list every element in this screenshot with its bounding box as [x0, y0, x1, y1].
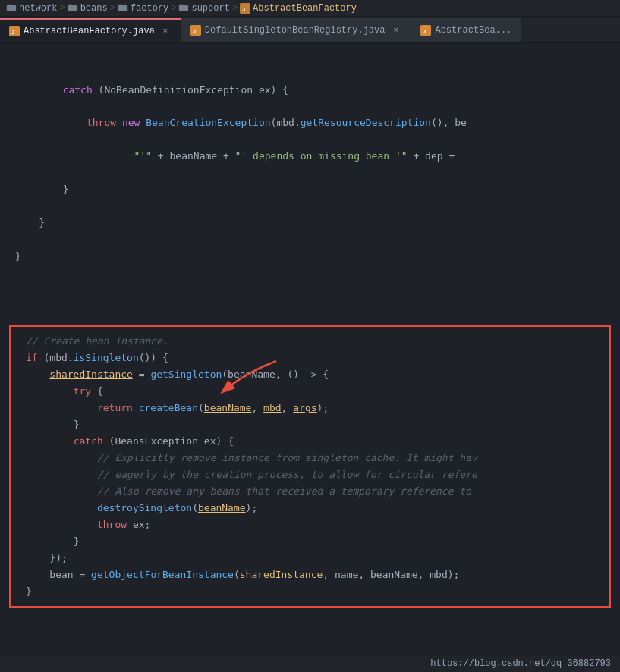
breadcrumb-bar: network > beans > factory > support > J … — [0, 0, 620, 17]
folder-factory-icon — [118, 3, 128, 14]
breadcrumb-beans[interactable]: beans — [80, 3, 108, 14]
tab-bar: J AbstractBeanFactory.java × J DefaultSi… — [0, 17, 620, 43]
svg-text:J: J — [242, 5, 246, 12]
status-url: https://blog.csdn.net/qq_36882793 — [430, 658, 611, 669]
hl-line-1: // Create bean instance. — [11, 333, 609, 350]
tab3-label: AbstractBea... — [435, 25, 511, 36]
hl-line-16: } — [11, 583, 609, 600]
tab-defaultsingleton[interactable]: J DefaultSingletonBeanRegistry.java × — [181, 18, 412, 42]
breadcrumb-sep-2: > — [110, 3, 115, 14]
code-line-5: } — [0, 215, 620, 231]
hl-line-4: try { — [11, 383, 609, 400]
hl-line-11: destroySingleton(beanName); — [11, 500, 609, 517]
svg-text:J: J — [423, 28, 426, 35]
java-file-icon-breadcrumb: J — [240, 3, 250, 14]
code-before: catch (NoBeanDefinitionException ex) { t… — [0, 43, 620, 319]
highlighted-code-block: // Create bean instance. if (mbd.isSingl… — [9, 325, 611, 608]
code-line-6: } — [0, 248, 620, 265]
code-area: catch (NoBeanDefinitionException ex) { t… — [0, 43, 620, 672]
hl-line-13: } — [11, 533, 609, 550]
hl-line-12: throw ex; — [11, 517, 609, 533]
folder-icon — [6, 3, 17, 14]
breadcrumb-abstractbeanfactory[interactable]: AbstractBeanFactory — [253, 3, 357, 14]
hl-line-10: // Also remove any beans that received a… — [11, 483, 609, 500]
java-icon-tab2: J — [190, 25, 201, 36]
hl-line-5: return createBean(beanName, mbd, args); — [11, 400, 609, 416]
tab2-close[interactable]: × — [389, 24, 401, 36]
code-line-1: catch (NoBeanDefinitionException ex) { — [0, 82, 620, 99]
tab2-label: DefaultSingletonBeanRegistry.java — [205, 25, 386, 36]
breadcrumb-sep-3: > — [171, 3, 176, 14]
hl-line-15: bean = getObjectForBeanInstance(sharedIn… — [11, 567, 609, 583]
hl-line-14: }); — [11, 550, 609, 567]
svg-text:J: J — [11, 29, 15, 36]
hl-line-3: sharedInstance = getSingleton(beanName, … — [11, 366, 609, 383]
tab-abstractbeanfactory[interactable]: J AbstractBeanFactory.java × — [0, 18, 181, 42]
hl-line-9: // eagerly by the creation process, to a… — [11, 466, 609, 483]
java-icon-tab3: J — [420, 25, 431, 36]
code-line-3: "'" + beanName + "' depends on missing b… — [0, 148, 620, 165]
folder-support-icon — [178, 3, 189, 14]
hl-line-6: } — [11, 416, 609, 433]
breadcrumb-support[interactable]: support — [191, 3, 229, 14]
folder-beans-icon — [68, 3, 78, 14]
hl-line-8: // Explicitly remove instance from singl… — [11, 450, 609, 466]
hl-line-7: catch (BeansException ex) { — [11, 433, 609, 450]
svg-text:J: J — [192, 28, 196, 35]
code-line-4: } — [0, 181, 620, 198]
breadcrumb-sep-4: > — [232, 3, 238, 14]
status-bar: https://blog.csdn.net/qq_36882793 — [0, 654, 620, 672]
breadcrumb-sep-1: > — [59, 3, 65, 14]
tab1-label: AbstractBeanFactory.java — [24, 26, 155, 36]
code-line-2: throw new BeanCreationException(mbd.getR… — [0, 115, 620, 131]
breadcrumb-factory[interactable]: factory — [131, 3, 168, 14]
java-icon-tab1: J — [9, 26, 20, 36]
tab-abstractbea[interactable]: J AbstractBea... — [411, 18, 521, 42]
breadcrumb-network[interactable]: network — [19, 3, 57, 14]
hl-line-2: if (mbd.isSingleton()) { — [11, 350, 609, 366]
tab1-close[interactable]: × — [159, 25, 172, 37]
